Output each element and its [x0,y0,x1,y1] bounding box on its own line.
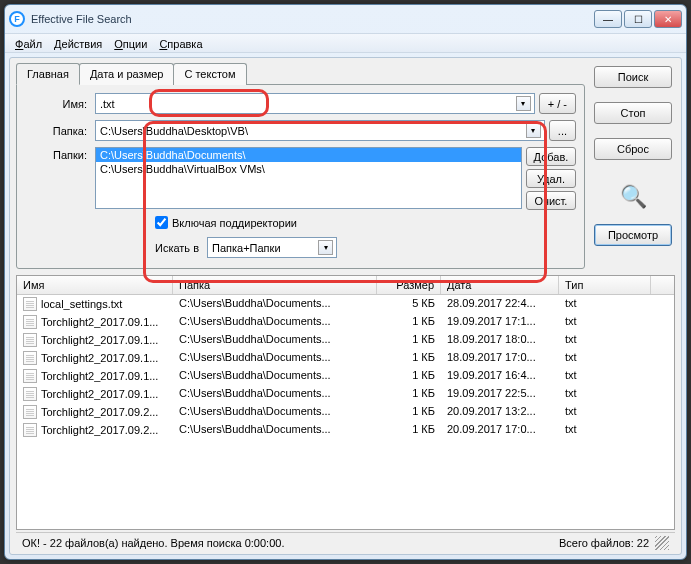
searchin-dropdown[interactable]: Папка+Папки ▾ [207,237,337,258]
table-row[interactable]: Torchlight2_2017.09.1...C:\Users\Buddha\… [17,367,674,385]
list-item[interactable]: C:\Users\Buddha\Documents\ [96,148,521,162]
file-icon [23,297,37,311]
results-grid[interactable]: Имя Папка Размер Дата Тип local_settings… [16,275,675,530]
searchin-value: Папка+Папки [212,242,281,254]
file-icon [23,315,37,329]
col-type[interactable]: Тип [559,276,651,294]
file-icon [23,423,37,437]
title-bar[interactable]: F Effective File Search — ☐ ✕ [5,5,686,33]
minimize-button[interactable]: — [594,10,622,28]
plus-minus-button[interactable]: + / - [539,93,576,114]
status-left: ОК! - 22 файлов(а) найдено. Время поиска… [22,537,284,549]
grid-header: Имя Папка Размер Дата Тип [17,276,674,295]
menu-file[interactable]: Файл [15,34,42,52]
name-combo[interactable]: .txt ▾ [95,93,535,114]
app-icon: F [9,11,25,27]
file-icon [23,387,37,401]
table-row[interactable]: Torchlight2_2017.09.1...C:\Users\Buddha\… [17,385,674,403]
label-folder: Папка: [25,125,95,137]
status-bar: ОК! - 22 файлов(а) найдено. Время поиска… [16,532,675,552]
search-button[interactable]: Поиск [594,66,672,88]
file-icon [23,351,37,365]
stop-button[interactable]: Стоп [594,102,672,124]
file-icon [23,333,37,347]
chevron-down-icon[interactable]: ▾ [516,96,531,111]
chevron-down-icon[interactable]: ▾ [318,240,333,255]
menu-actions[interactable]: Действия [54,34,102,52]
tab-panel-main: Имя: .txt ▾ + / - Папка: C:\Users\Buddha… [16,84,585,269]
resize-grip[interactable] [655,536,669,550]
folders-listbox[interactable]: C:\Users\Buddha\Documents\ C:\Users\Budd… [95,147,522,209]
action-column: Поиск Стоп Сброс 🔍 Просмотр [585,62,675,269]
reset-button[interactable]: Сброс [594,138,672,160]
delete-button[interactable]: Удал. [526,169,576,188]
clear-button[interactable]: Очист. [526,191,576,210]
table-row[interactable]: local_settings.txtC:\Users\Buddha\Docume… [17,295,674,313]
menu-bar: Файл Действия Опции Справка [5,33,686,53]
close-button[interactable]: ✕ [654,10,682,28]
label-folders: Папки: [25,147,95,161]
list-item[interactable]: C:\Users\Buddha\VirtualBox VMs\ [96,162,521,176]
chevron-down-icon[interactable]: ▾ [526,123,541,138]
name-value: .txt [100,98,115,110]
table-row[interactable]: Torchlight2_2017.09.1...C:\Users\Buddha\… [17,313,674,331]
browse-button[interactable]: ... [549,120,576,141]
window-title: Effective File Search [31,13,132,25]
window-controls: — ☐ ✕ [594,10,682,28]
menu-options[interactable]: Опции [114,34,147,52]
tab-main[interactable]: Главная [16,63,80,85]
tabs: Главная Дата и размер С текстом [16,62,585,84]
folder-value: C:\Users\Buddha\Desktop\VB\ [100,125,248,137]
table-row[interactable]: Torchlight2_2017.09.1...C:\Users\Buddha\… [17,349,674,367]
maximize-button[interactable]: ☐ [624,10,652,28]
file-icon [23,405,37,419]
file-icon [23,369,37,383]
col-folder[interactable]: Папка [173,276,377,294]
col-name[interactable]: Имя [17,276,173,294]
label-name: Имя: [25,98,95,110]
col-date[interactable]: Дата [441,276,559,294]
folder-combo[interactable]: C:\Users\Buddha\Desktop\VB\ ▾ [95,120,545,141]
subdirs-label: Включая поддиректории [172,217,297,229]
preview-button[interactable]: Просмотр [594,224,672,246]
subdirs-checkbox[interactable] [155,216,168,229]
tab-text[interactable]: С текстом [173,63,246,85]
app-window: F Effective File Search — ☐ ✕ Файл Дейст… [4,4,687,560]
client-area: Главная Дата и размер С текстом Имя: .tx… [9,57,682,555]
table-row[interactable]: Torchlight2_2017.09.1...C:\Users\Buddha\… [17,331,674,349]
table-row[interactable]: Torchlight2_2017.09.2...C:\Users\Buddha\… [17,403,674,421]
menu-help[interactable]: Справка [159,34,202,52]
magnify-icon: 🔍 [620,184,647,210]
add-button[interactable]: Добав. [526,147,576,166]
label-searchin: Искать в [155,242,199,254]
status-right: Всего файлов: 22 [559,537,649,549]
tab-date[interactable]: Дата и размер [79,63,175,85]
table-row[interactable]: Torchlight2_2017.09.2...C:\Users\Buddha\… [17,421,674,439]
col-size[interactable]: Размер [377,276,441,294]
